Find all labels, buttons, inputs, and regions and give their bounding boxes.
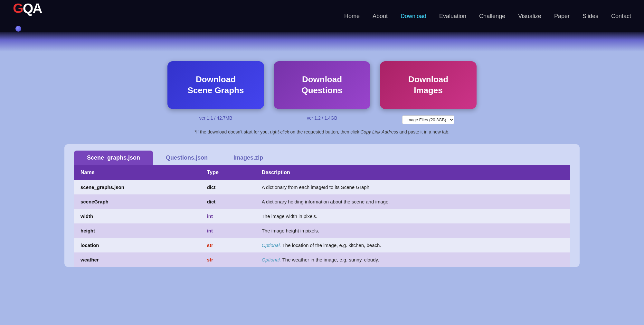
data-table: Name Type Description scene_graphs.json … bbox=[74, 165, 570, 267]
download-images-button[interactable]: DownloadImages bbox=[380, 61, 477, 109]
nav-link-download[interactable]: Download bbox=[401, 13, 426, 19]
notice-text-after: and paste it in a new tab. bbox=[398, 129, 450, 134]
nav-item-slides[interactable]: Slides bbox=[582, 13, 598, 20]
nav-item-home[interactable]: Home bbox=[344, 13, 360, 20]
nav-links: Home About Download Evaluation Challenge… bbox=[344, 13, 631, 20]
image-files-select[interactable]: Image Files (20.3GB) bbox=[402, 115, 454, 124]
nav-item-contact[interactable]: Contact bbox=[611, 13, 631, 20]
tab-images-label: Images.zip bbox=[233, 154, 263, 161]
tab-scene-graphs[interactable]: Scene_graphs.json bbox=[74, 151, 153, 165]
tab-images[interactable]: Images.zip bbox=[221, 151, 276, 165]
row-description: The image height in pixels. bbox=[255, 223, 570, 238]
logo-qa: QA bbox=[23, 1, 42, 16]
row-type: int bbox=[201, 223, 255, 238]
col-type: Type bbox=[201, 165, 255, 180]
logo-g: G bbox=[13, 1, 23, 16]
notice-text-mid: on the requested button, then click bbox=[289, 129, 361, 134]
version-row: ver 1.1 / 42.7MB ver 1.2 / 1.4GB Image F… bbox=[64, 115, 580, 124]
row-description: Optional. The location of the image, e.g… bbox=[255, 238, 570, 252]
row-type: str bbox=[201, 252, 255, 267]
table-section: Scene_graphs.json Questions.json Images.… bbox=[64, 144, 580, 267]
col-description: Description bbox=[255, 165, 570, 180]
download-scene-graphs-button[interactable]: DownloadScene Graphs bbox=[167, 61, 264, 109]
version-scene-graphs-text: ver 1.1 / 42.7MB bbox=[199, 115, 232, 121]
row-name: sceneGraph bbox=[74, 194, 201, 209]
nav-link-about[interactable]: About bbox=[373, 13, 388, 19]
navbar: GQA Home About Download Evaluation Chall… bbox=[0, 0, 644, 32]
table-header-row: Name Type Description bbox=[74, 165, 570, 180]
nav-link-home[interactable]: Home bbox=[344, 13, 360, 19]
nav-item-about[interactable]: About bbox=[373, 13, 388, 20]
row-name: width bbox=[74, 209, 201, 223]
download-questions-button[interactable]: DownloadQuestions bbox=[274, 61, 370, 109]
logo-area: GQA bbox=[13, 1, 42, 32]
row-description: Optional. The weather in the image, e.g.… bbox=[255, 252, 570, 267]
nav-link-challenge[interactable]: Challenge bbox=[479, 13, 505, 19]
row-description: The image width in pixels. bbox=[255, 209, 570, 223]
row-name: height bbox=[74, 223, 201, 238]
file-tabs: Scene_graphs.json Questions.json Images.… bbox=[74, 151, 570, 165]
table-row: scene_graphs.json dict A dictionary from… bbox=[74, 180, 570, 194]
nav-item-challenge[interactable]: Challenge bbox=[479, 13, 505, 20]
row-description: A dictionary from each imageId to its Sc… bbox=[255, 180, 570, 194]
nav-link-evaluation[interactable]: Evaluation bbox=[439, 13, 466, 19]
download-notice: *If the download doesn't start for you, … bbox=[64, 129, 580, 134]
version-scene-graphs: ver 1.1 / 42.7MB bbox=[167, 115, 264, 124]
tab-scene-graphs-label: Scene_graphs.json bbox=[87, 154, 140, 161]
table-body: scene_graphs.json dict A dictionary from… bbox=[74, 180, 570, 267]
nav-item-download[interactable]: Download bbox=[401, 13, 426, 20]
table-row: weather str Optional. The weather in the… bbox=[74, 252, 570, 267]
nav-link-visualize[interactable]: Visualize bbox=[518, 13, 541, 19]
optional-label: Optional. bbox=[262, 257, 281, 262]
row-name: location bbox=[74, 238, 201, 252]
nav-item-paper[interactable]: Paper bbox=[554, 13, 570, 20]
tab-questions-label: Questions.json bbox=[166, 154, 208, 161]
version-questions-text: ver 1.2 / 1.4GB bbox=[307, 115, 337, 121]
row-type: dict bbox=[201, 180, 255, 194]
main-content: DownloadScene Graphs DownloadQuestions D… bbox=[0, 52, 644, 280]
nav-link-contact[interactable]: Contact bbox=[611, 13, 631, 19]
download-buttons-row: DownloadScene Graphs DownloadQuestions D… bbox=[64, 61, 580, 109]
row-name: scene_graphs.json bbox=[74, 180, 201, 194]
version-questions: ver 1.2 / 1.4GB bbox=[274, 115, 370, 124]
notice-text-before: *If the download doesn't start for you, bbox=[194, 129, 270, 134]
logo-ball-icon bbox=[15, 26, 21, 32]
notice-right-click: right-click bbox=[270, 129, 289, 134]
nav-item-evaluation[interactable]: Evaluation bbox=[439, 13, 466, 20]
table-row: height int The image height in pixels. bbox=[74, 223, 570, 238]
table-row: width int The image width in pixels. bbox=[74, 209, 570, 223]
version-images: Image Files (20.3GB) bbox=[380, 115, 477, 124]
nav-link-paper[interactable]: Paper bbox=[554, 13, 570, 19]
col-name: Name bbox=[74, 165, 201, 180]
notice-copy-link: Copy Link Address bbox=[360, 129, 398, 134]
row-type: str bbox=[201, 238, 255, 252]
hero-strip bbox=[0, 32, 644, 52]
row-type: dict bbox=[201, 194, 255, 209]
table-row: sceneGraph dict A dictionary holding inf… bbox=[74, 194, 570, 209]
nav-item-visualize[interactable]: Visualize bbox=[518, 13, 541, 20]
row-description: A dictionary holding information about t… bbox=[255, 194, 570, 209]
row-name: weather bbox=[74, 252, 201, 267]
nav-link-slides[interactable]: Slides bbox=[582, 13, 598, 19]
optional-label: Optional. bbox=[262, 242, 281, 248]
table-row: location str Optional. The location of t… bbox=[74, 238, 570, 252]
tab-questions[interactable]: Questions.json bbox=[153, 151, 221, 165]
row-type: int bbox=[201, 209, 255, 223]
table-header: Name Type Description bbox=[74, 165, 570, 180]
logo-text: GQA bbox=[13, 1, 42, 16]
